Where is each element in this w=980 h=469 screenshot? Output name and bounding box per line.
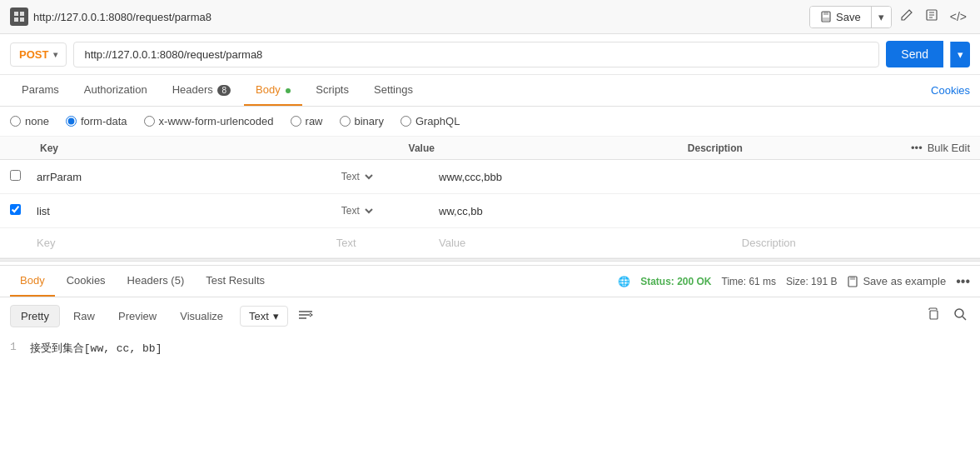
- view-tab-preview[interactable]: Preview: [108, 306, 167, 327]
- key-placeholder[interactable]: Key: [30, 233, 333, 252]
- type-select-1[interactable]: Text File: [336, 168, 376, 185]
- cookies-link[interactable]: Cookies: [931, 84, 970, 97]
- globe-icon: 🌐: [618, 276, 630, 287]
- edit-icon: [900, 8, 913, 22]
- http-method-icon: [10, 7, 28, 26]
- value-col-header: Value: [409, 142, 688, 154]
- type-cell-2[interactable]: Text File: [333, 199, 432, 222]
- bulk-edit-area: ••• Bulk Edit: [911, 142, 970, 154]
- type-select-2[interactable]: Text File: [336, 202, 376, 219]
- save-example-button[interactable]: Save as example: [847, 275, 946, 287]
- view-tab-raw[interactable]: Raw: [63, 306, 105, 327]
- wrap-button[interactable]: [291, 306, 320, 327]
- type-cell-1[interactable]: Text File: [333, 165, 432, 188]
- edit-button[interactable]: [897, 5, 917, 28]
- top-bar-left: http://127.0.0.1:8080/request/parma8: [10, 7, 803, 26]
- notes-button[interactable]: [922, 5, 942, 28]
- tab-authorization[interactable]: Authorization: [72, 75, 159, 106]
- save-button-wrapper[interactable]: Save ▾: [809, 6, 892, 28]
- key-cell-1: arrParam: [30, 167, 333, 187]
- url-bar: POST ▾ Send ▾: [0, 34, 980, 75]
- svg-rect-5: [823, 12, 828, 15]
- row-2-checkbox[interactable]: [10, 204, 21, 215]
- search-button[interactable]: [950, 304, 970, 327]
- option-form-data[interactable]: form-data: [66, 115, 127, 127]
- method-chevron-icon: ▾: [53, 50, 57, 59]
- table-row: arrParam Text File www,ccc,bbb: [0, 160, 980, 194]
- save-label: Save: [836, 11, 861, 23]
- copy-button[interactable]: [923, 304, 943, 327]
- response-tab-cookies[interactable]: Cookies: [57, 266, 116, 297]
- bulk-edit-button[interactable]: Bulk Edit: [928, 142, 970, 154]
- params-table: arrParam Text File www,ccc,bbb list Text…: [0, 160, 980, 258]
- search-icon: [953, 307, 967, 321]
- view-actions: [923, 304, 970, 327]
- view-tab-visualize[interactable]: Visualize: [170, 306, 233, 327]
- type-placeholder[interactable]: Text: [333, 233, 432, 252]
- panel-divider[interactable]: [0, 258, 980, 262]
- format-select[interactable]: Text ▾: [240, 306, 288, 327]
- save-example-icon: [847, 276, 858, 287]
- more-options-button[interactable]: •••: [956, 274, 970, 289]
- table-row: list Text File ww,cc,bb: [0, 194, 980, 228]
- row-1-checkbox[interactable]: [10, 170, 21, 181]
- save-icon: [820, 11, 832, 22]
- code-button[interactable]: </>: [947, 7, 970, 27]
- time-info: Time: 61 ms: [722, 276, 777, 287]
- body-type-options: none form-data x-www-form-urlencoded raw…: [0, 107, 980, 137]
- save-dropdown-button[interactable]: ▾: [871, 7, 891, 27]
- headers-badge: 8: [217, 85, 231, 96]
- more-options-icon[interactable]: •••: [911, 142, 923, 154]
- tab-settings[interactable]: Settings: [362, 75, 425, 106]
- wrap-icon: [298, 309, 313, 321]
- top-bar: http://127.0.0.1:8080/request/parma8 Sav…: [0, 0, 980, 34]
- svg-rect-12: [850, 277, 855, 280]
- svg-rect-1: [20, 12, 24, 16]
- response-tab-test-results[interactable]: Test Results: [196, 266, 275, 297]
- tab-scripts[interactable]: Scripts: [304, 75, 361, 106]
- key-col-header: Key: [40, 142, 319, 154]
- response-tabs: Body Cookies Headers (5) Test Results 🌐 …: [0, 265, 980, 297]
- notes-icon: [925, 8, 938, 22]
- response-tab-body[interactable]: Body: [10, 266, 55, 297]
- checkbox-cell-2[interactable]: [0, 204, 30, 217]
- size-info: Size: 191 B: [786, 276, 837, 287]
- method-select[interactable]: POST ▾: [10, 42, 67, 67]
- value-placeholder[interactable]: Value: [432, 233, 735, 252]
- option-raw[interactable]: raw: [291, 115, 323, 127]
- svg-point-17: [955, 309, 963, 317]
- view-tab-pretty[interactable]: Pretty: [10, 305, 60, 327]
- top-bar-actions: Save ▾ </>: [809, 5, 970, 28]
- table-row-placeholder: Key Text Value Description: [0, 228, 980, 258]
- svg-rect-2: [14, 17, 18, 22]
- desc-cell-1: [735, 173, 980, 180]
- table-header: Key Value Description ••• Bulk Edit: [0, 137, 980, 160]
- desc-col-header: Description: [688, 142, 911, 154]
- save-main-button[interactable]: Save: [810, 7, 871, 27]
- top-bar-url: http://127.0.0.1:8080/request/parma8: [33, 11, 211, 23]
- tab-body[interactable]: Body: [244, 75, 302, 106]
- desc-cell-2: [735, 207, 980, 214]
- code-content-1: 接受到集合[ww, cc, bb]: [30, 341, 162, 356]
- key-cell-2: list: [30, 202, 333, 221]
- svg-line-18: [963, 317, 966, 320]
- code-line-1: 1 接受到集合[ww, cc, bb]: [10, 341, 970, 356]
- option-graphql[interactable]: GraphQL: [400, 115, 460, 127]
- checkbox-cell-1[interactable]: [0, 170, 30, 183]
- response-tab-headers[interactable]: Headers (5): [117, 266, 195, 297]
- send-button[interactable]: Send: [886, 41, 943, 67]
- code-output: 1 接受到集合[ww, cc, bb]: [0, 334, 980, 362]
- method-label: POST: [19, 48, 48, 61]
- response-meta: 🌐 Status: 200 OK Time: 61 ms Size: 191 B…: [618, 274, 970, 289]
- desc-placeholder[interactable]: Description: [735, 233, 980, 252]
- format-chevron-icon: ▾: [273, 310, 279, 322]
- option-urlencoded[interactable]: x-www-form-urlencoded: [144, 115, 274, 127]
- url-input[interactable]: [73, 42, 879, 67]
- svg-rect-0: [14, 12, 18, 16]
- tab-params[interactable]: Params: [10, 75, 71, 106]
- tab-headers[interactable]: Headers 8: [161, 75, 242, 106]
- value-cell-1: www,ccc,bbb: [432, 167, 735, 187]
- option-none[interactable]: none: [10, 115, 49, 127]
- send-dropdown-button[interactable]: ▾: [950, 42, 970, 67]
- option-binary[interactable]: binary: [340, 115, 384, 127]
